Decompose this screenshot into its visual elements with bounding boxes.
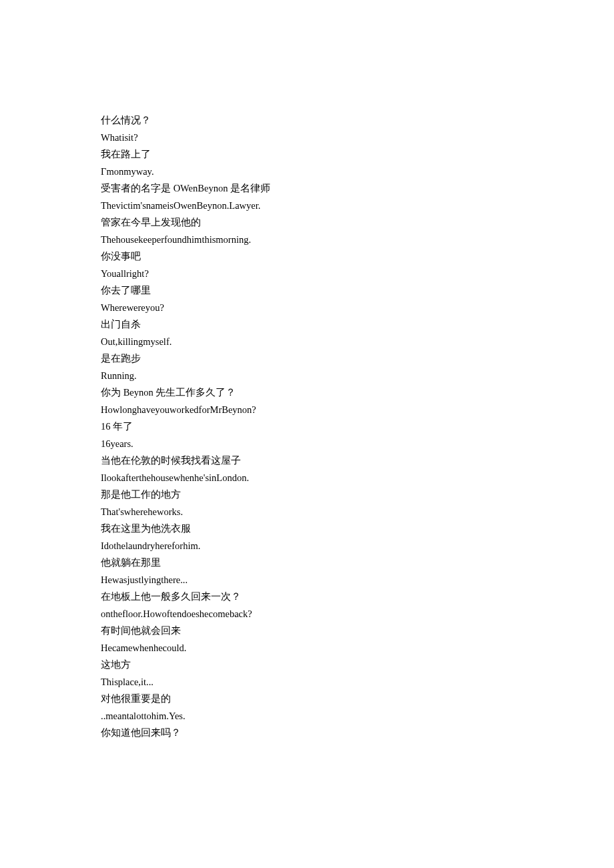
text-line: 你去了哪里 <box>101 282 614 300</box>
text-line: 我在这里为他洗衣服 <box>101 520 614 538</box>
text-line: Thehousekeeperfoundhimthismorning. <box>101 232 614 249</box>
text-line: Thevictim'snameisOwenBeynon.Lawyer. <box>101 197 614 215</box>
text-line: 16 年了 <box>101 418 614 436</box>
text-line: Out,killingmyself. <box>101 334 614 351</box>
text-line: 那是他工作的地方 <box>101 486 614 504</box>
text-line: 这地方 <box>101 657 614 674</box>
text-line: Running. <box>101 368 614 385</box>
text-line: 16years. <box>101 436 614 453</box>
text-line: 是在跑步 <box>101 350 614 368</box>
text-line: 你为 Beynon 先生工作多久了？ <box>101 384 614 402</box>
text-line: 我在路上了 <box>101 146 614 163</box>
text-line: Thisplace,it... <box>101 674 614 691</box>
text-line: Гmonmyway. <box>101 163 614 181</box>
text-line: 你知道他回来吗？ <box>101 725 614 742</box>
text-line: Wherewereyou? <box>101 300 614 317</box>
text-line: 出门自杀 <box>101 316 614 334</box>
text-line: 在地板上他一般多久回来一次？ <box>101 588 614 606</box>
text-line: Youallright? <box>101 266 614 283</box>
text-line: Whatisit? <box>101 129 614 147</box>
text-line: Idothelaundryhereforhim. <box>101 538 614 555</box>
text-line: 受害者的名字是 OWenBeynon 是名律师 <box>101 180 614 197</box>
text-line: That'swhereheworks. <box>101 504 614 521</box>
text-line: 对他很重要是的 <box>101 691 614 708</box>
text-line: Hecamewhenhecould. <box>101 640 614 657</box>
text-line: Ilookafterthehousewhenhe'sinLondon. <box>101 470 614 487</box>
text-line: 他就躺在那里 <box>101 554 614 572</box>
text-line: 当他在伦敦的时候我找看这屋子 <box>101 452 614 470</box>
text-line: 管家在今早上发现他的 <box>101 214 614 232</box>
text-line: 什么情况？ <box>101 112 614 129</box>
text-line: Hewasjustlyingthere... <box>101 572 614 589</box>
text-line: ..meantalottohim.Yes. <box>101 708 614 725</box>
text-line: 你没事吧 <box>101 248 614 266</box>
document-page: 什么情况？ Whatisit? 我在路上了 Гmonmyway. 受害者的名字是… <box>0 0 614 868</box>
text-line: onthefloor.Howoftendoeshecomeback? <box>101 606 614 623</box>
text-line: HowlonghaveyouworkedforMrBeynon? <box>101 402 614 419</box>
text-line: 有时间他就会回来 <box>101 622 614 640</box>
